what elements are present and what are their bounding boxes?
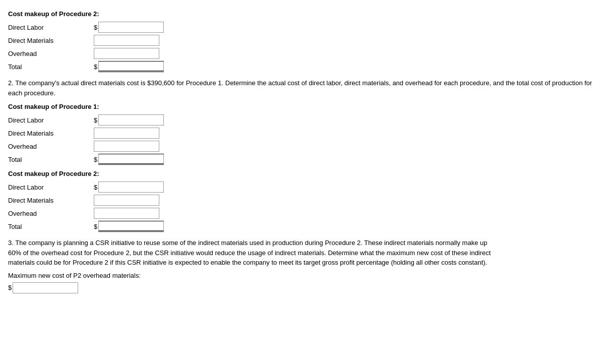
direct-materials-label-3: Direct Materials: [8, 197, 94, 204]
total-label-3: Total: [8, 223, 94, 230]
overhead-input-3[interactable]: [94, 208, 159, 219]
total-input-1[interactable]: [98, 61, 164, 72]
overhead-row-3: Overhead: [8, 208, 597, 219]
direct-labor-input-3[interactable]: [98, 181, 164, 193]
direct-labor-row-1: Direct Labor $: [8, 22, 597, 33]
max-cost-label: Maximum new cost of P2 overhead material…: [8, 272, 597, 279]
total-row-2: Total $: [8, 154, 597, 165]
direct-materials-input-1[interactable]: [94, 35, 159, 46]
overhead-row-2: Overhead: [8, 141, 597, 152]
total-label-2: Total: [8, 156, 94, 163]
section-title-proc2-bottom: Cost makeup of Procedure 2:: [8, 170, 597, 177]
paragraph-3: 3. The company is planning a CSR initiat…: [8, 238, 597, 268]
paragraph-3-line1: 3. The company is planning a CSR initiat…: [8, 239, 487, 247]
total-label-1: Total: [8, 63, 94, 71]
total-input-3[interactable]: [98, 221, 164, 232]
section-title-proc1: Cost makeup of Procedure 1:: [8, 103, 597, 110]
direct-materials-input-2[interactable]: [94, 128, 159, 139]
direct-labor-row-2: Direct Labor $: [8, 114, 597, 126]
max-cost-section: Maximum new cost of P2 overhead material…: [8, 272, 597, 293]
direct-materials-label-1: Direct Materials: [8, 37, 94, 44]
overhead-row-1: Overhead: [8, 48, 597, 59]
section-proc1: Cost makeup of Procedure 1: Direct Labor…: [8, 103, 597, 165]
dollar-sign-max: $: [8, 284, 12, 291]
direct-labor-label-1: Direct Labor: [8, 24, 94, 31]
dollar-sign-total-1: $: [94, 63, 97, 71]
direct-materials-input-3[interactable]: [94, 195, 159, 206]
direct-materials-row-1: Direct Materials: [8, 35, 597, 46]
section-proc2-bottom: Cost makeup of Procedure 2: Direct Labor…: [8, 170, 597, 232]
total-row-3: Total $: [8, 221, 597, 232]
overhead-label-3: Overhead: [8, 210, 94, 217]
overhead-input-2[interactable]: [94, 141, 159, 152]
max-cost-row: $: [8, 282, 597, 293]
paragraph-3-line2: 60% of the overhead cost for Procedure 2…: [8, 249, 491, 257]
paragraph-2: 2. The company's actual direct materials…: [8, 78, 597, 98]
section-title-proc2-top: Cost makeup of Procedure 2:: [8, 10, 597, 18]
direct-labor-input-2[interactable]: [98, 114, 164, 126]
direct-materials-label-2: Direct Materials: [8, 130, 94, 137]
dollar-sign-1: $: [94, 24, 97, 31]
direct-materials-row-2: Direct Materials: [8, 128, 597, 139]
direct-labor-input-1[interactable]: [98, 22, 164, 33]
direct-materials-row-3: Direct Materials: [8, 195, 597, 206]
total-row-1: Total $: [8, 61, 597, 72]
dollar-sign-2: $: [94, 116, 97, 124]
overhead-label-2: Overhead: [8, 143, 94, 150]
dollar-sign-total-3: $: [94, 223, 97, 230]
total-input-2[interactable]: [98, 154, 164, 165]
direct-labor-row-3: Direct Labor $: [8, 181, 597, 193]
dollar-sign-total-2: $: [94, 156, 97, 163]
dollar-sign-3: $: [94, 184, 97, 191]
section-proc2-top: Cost makeup of Procedure 2: Direct Labor…: [8, 10, 597, 72]
direct-labor-label-2: Direct Labor: [8, 116, 94, 124]
overhead-label-1: Overhead: [8, 50, 94, 57]
max-cost-input[interactable]: [13, 282, 78, 293]
direct-labor-label-3: Direct Labor: [8, 184, 94, 191]
overhead-input-1[interactable]: [94, 48, 159, 59]
paragraph-3-line3: materials could be for Procedure 2 if th…: [8, 259, 487, 266]
